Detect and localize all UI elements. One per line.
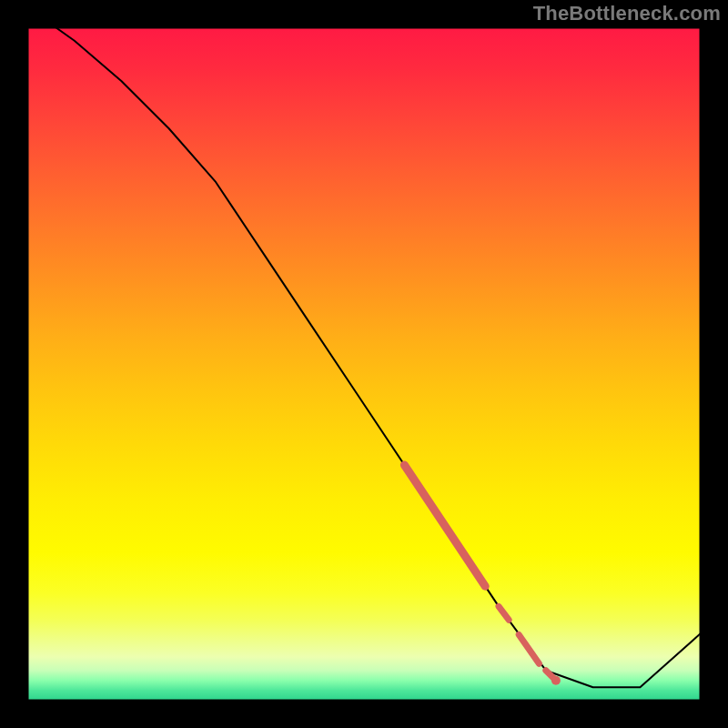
chart-container: TheBottleneck.com — [0, 0, 728, 728]
watermark-label: TheBottleneck.com — [533, 2, 721, 25]
bottleneck-chart — [0, 0, 728, 728]
marker-point — [551, 676, 561, 685]
gradient-background — [27, 27, 701, 701]
